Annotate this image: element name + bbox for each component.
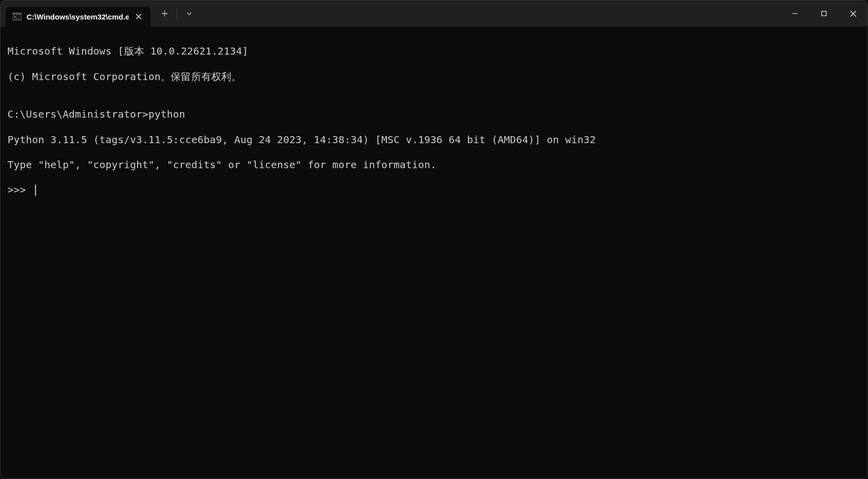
titlebar: >_ C:\Windows\system32\cmd.e <box>1 1 867 27</box>
terminal-line: Type "help", "copyright", "credits" or "… <box>8 159 860 171</box>
cursor <box>35 185 36 196</box>
minimize-button[interactable] <box>780 4 809 24</box>
terminal-prompt-line: >>> <box>8 184 860 196</box>
new-tab-button[interactable] <box>155 4 175 24</box>
titlebar-left: >_ C:\Windows\system32\cmd.e <box>1 1 199 27</box>
cmd-icon: >_ <box>13 12 22 21</box>
close-button[interactable] <box>838 4 867 24</box>
terminal-line: C:\Users\Administrator>python <box>8 108 860 121</box>
window-controls <box>780 1 867 27</box>
svg-rect-1 <box>13 13 22 15</box>
tab-title: C:\Windows\system32\cmd.e <box>27 13 129 21</box>
tab-dropdown-button[interactable] <box>179 4 199 24</box>
terminal-line: Microsoft Windows [版本 10.0.22621.2134] <box>8 45 860 58</box>
tab-actions <box>155 1 199 27</box>
svg-text:>_: >_ <box>14 15 19 19</box>
tab-divider <box>177 8 177 19</box>
maximize-button[interactable] <box>809 4 838 24</box>
terminal-line: (c) Microsoft Corporation。保留所有权利。 <box>8 71 860 83</box>
terminal-line: Python 3.11.5 (tags/v3.11.5:cce6ba9, Aug… <box>8 134 860 146</box>
tab-close-button[interactable] <box>134 12 144 22</box>
svg-rect-8 <box>822 12 826 16</box>
python-prompt: >>> <box>8 184 32 196</box>
tab-cmd[interactable]: >_ C:\Windows\system32\cmd.e <box>6 7 151 27</box>
terminal-content[interactable]: Microsoft Windows [版本 10.0.22621.2134] (… <box>1 27 867 215</box>
